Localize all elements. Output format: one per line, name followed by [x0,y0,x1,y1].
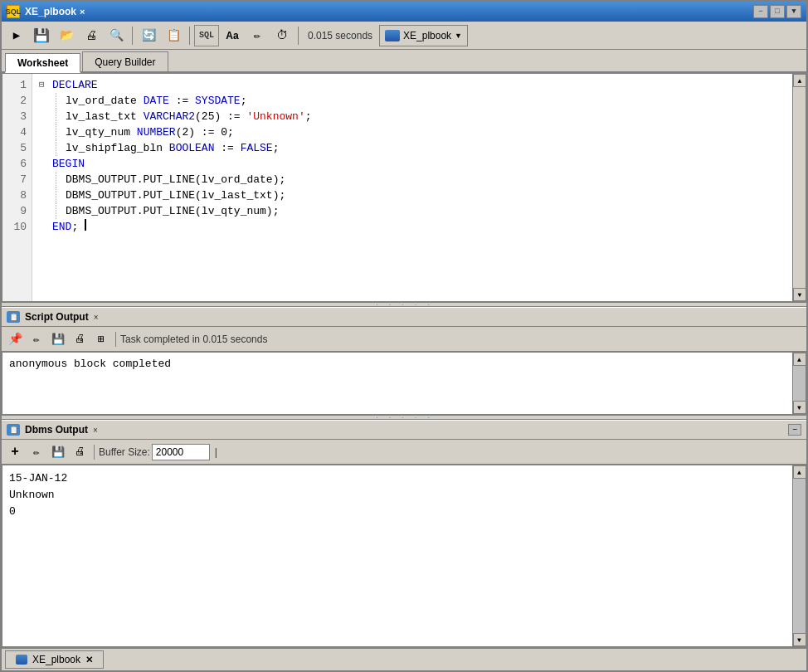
script-pencil-button[interactable]: ✏ [27,330,46,348]
script-output-close[interactable]: × [94,313,99,322]
editor-scrollbar[interactable]: ▲ ▼ [792,74,806,301]
title-bar-left: SQL XE_plbook × [7,5,85,18]
tab-query-builder[interactable]: Query Builder [82,51,168,71]
refresh-button[interactable]: 🔄 [137,25,160,46]
fold-icon-1[interactable]: ⊟ [39,77,49,93]
line-numbers: 1 2 3 4 5 6 7 8 9 10 [2,74,32,301]
run-button[interactable]: ▶ [5,25,28,46]
dbms-pencil-button[interactable]: ✏ [27,443,46,461]
code-string-unknown: 'Unknown' [246,109,304,124]
code-content[interactable]: ⊟DECLARE lv_ord_date DATE := SYSDATE; lv… [32,74,792,301]
toolbar-separator-2 [189,27,190,45]
history-button[interactable]: 📋 [162,25,185,46]
dbms-pipe-sep: | [212,446,217,458]
buffer-size-input[interactable] [152,444,210,460]
script-output-title-left: 📋 Script Output × [7,311,99,323]
line-num-9: 9 [7,203,27,219]
dbms-output-panel: 📋 Dbms Output × − + ✏ 💾 🖨 Buffer Size: |… [2,420,806,647]
code-type-boolean: BOOLEAN [169,140,215,156]
tab-worksheet[interactable]: Worksheet [5,53,80,73]
dbms-output-title-left: 📋 Dbms Output × [7,424,98,436]
code-editor[interactable]: 1 2 3 4 5 6 7 8 9 10 ⊟DECLARE lv_ord_dat… [2,73,806,302]
title-tab-close[interactable]: × [80,7,85,17]
dbms-line-1: 15-JAN-12 [9,470,789,487]
dbms-save-button[interactable]: 💾 [48,443,68,461]
fold-icon-7 [39,172,49,187]
code-type-varchar2: VARCHAR2 [144,109,195,124]
dbms-output-icon: 📋 [7,424,20,436]
fold-icon-5 [39,140,49,156]
dbms-output-minimize-button[interactable]: − [788,424,801,436]
script-output-scrollbar[interactable]: ▲ ▼ [792,353,806,414]
title-tab-label: XE_plbook [25,6,76,17]
script-table-button[interactable]: ⊞ [91,330,111,348]
script-output-title-bar: 📋 Script Output × [2,307,806,327]
script-scroll-track[interactable] [793,366,806,401]
dbms-scroll-up[interactable]: ▲ [793,465,806,479]
text-cursor [85,219,86,231]
code-sysdate: SYSDATE [195,93,241,109]
dbms-scroll-down[interactable]: ▼ [793,633,806,646]
line-num-2: 2 [7,93,27,109]
scroll-track-editor[interactable] [793,87,806,288]
find-button[interactable]: 🔍 [105,25,128,46]
indent-guide-3 [56,109,66,124]
dbms-print-button[interactable]: 🖨 [70,443,90,461]
line-num-7: 7 [7,172,27,187]
script-print-button[interactable]: 🖨 [70,330,90,348]
code-line-2: lv_ord_date DATE := SYSDATE; [39,93,786,109]
bottom-tab-bar: XE_plbook ✕ [2,647,806,670]
dbms-scroll-track[interactable] [793,479,806,633]
script-save-button[interactable]: 💾 [48,330,68,348]
aa-button[interactable]: Aa [221,25,244,46]
line-num-8: 8 [7,187,27,203]
pencil-button[interactable]: ✏ [246,25,269,46]
script-output-icon: 📋 [7,311,20,323]
window-restore-button[interactable]: ▼ [786,5,801,18]
script-output-title: Script Output [25,311,89,323]
db-name-label: XE_plbook [403,30,451,41]
dbms-output-toolbar: + ✏ 💾 🖨 Buffer Size: | [2,440,806,465]
dbms-output-close[interactable]: × [93,426,98,435]
fold-icon-10 [39,219,49,235]
indent-guide-9 [56,203,66,219]
script-pin-button[interactable]: 📌 [5,330,25,348]
dbms-output-title-bar: 📋 Dbms Output × − [2,420,806,440]
clock-button[interactable]: ⏱ [270,25,294,46]
fold-icon-2 [39,93,49,109]
line-num-10: 10 [7,219,27,235]
code-type-date: DATE [144,93,169,109]
indent-guide-5 [56,140,66,156]
sql-icon-btn[interactable]: SQL [194,25,219,46]
save-button[interactable]: 💾 [30,25,53,46]
line-num-4: 4 [7,124,27,140]
main-window: SQL XE_plbook × − □ ▼ ▶ 💾 📂 🖨 🔍 🔄 📋 SQL … [0,0,808,672]
dbms-line-3: 0 [9,504,789,520]
scroll-down-button[interactable]: ▼ [793,288,806,301]
script-output-panel: 📋 Script Output × 📌 ✏ 💾 🖨 ⊞ Task complet… [2,307,806,415]
toolbar-separator-3 [298,27,299,45]
indent-guide-8 [56,187,66,203]
main-toolbar: ▶ 💾 📂 🖨 🔍 🔄 📋 SQL Aa ✏ ⏱ 0.015 seconds X… [2,22,806,50]
print-button[interactable]: 🖨 [80,25,103,46]
script-scroll-down[interactable]: ▼ [793,401,806,414]
bottom-tab-close[interactable]: ✕ [85,655,93,665]
fold-icon-4 [39,124,49,140]
open-button[interactable]: 📂 [55,25,78,46]
code-false: FALSE [241,140,273,156]
scroll-up-button[interactable]: ▲ [793,74,806,87]
code-lv-qty-num: lv_qty_num [66,124,137,140]
fold-icon-6 [39,156,49,172]
dbms-toolbar-sep [94,445,95,460]
code-line-7: DBMS_OUTPUT.PUT_LINE(lv_ord_date); [39,172,786,187]
db-selector-button[interactable]: XE_plbook ▼ [379,25,468,46]
window-controls: − □ ▼ [752,5,801,18]
bottom-tab-xe-plbook[interactable]: XE_plbook ✕ [5,650,104,669]
window-maximize-button[interactable]: □ [770,5,785,18]
dbms-plus-button[interactable]: + [5,443,25,461]
script-scroll-up[interactable]: ▲ [793,353,806,366]
window-minimize-button[interactable]: − [753,5,768,18]
dbms-output-scrollbar[interactable]: ▲ ▼ [792,465,806,646]
code-line-8: DBMS_OUTPUT.PUT_LINE(lv_last_txt); [39,187,786,203]
script-output-toolbar: 📌 ✏ 💾 🖨 ⊞ Task completed in 0.015 second… [2,327,806,352]
